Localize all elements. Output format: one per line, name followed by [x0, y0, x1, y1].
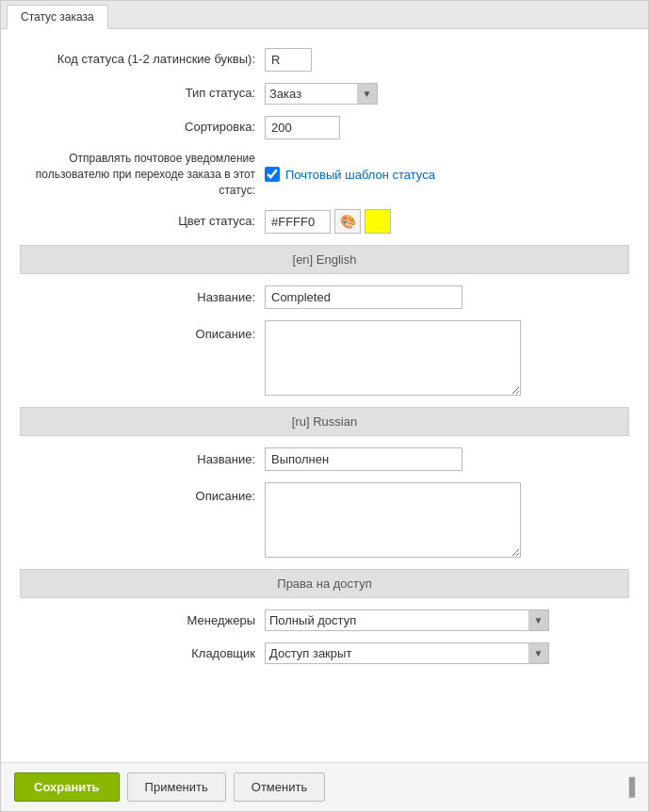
status-type-row: Тип статуса: Заказ Предзаказ ▼: [20, 83, 629, 105]
en-description-input[interactable]: [265, 320, 521, 396]
managers-select[interactable]: Полный доступ Только просмотр Доступ зак…: [265, 609, 549, 631]
status-code-label: Код статуса (1-2 латинские буквы):: [20, 51, 265, 68]
color-preview: [365, 209, 391, 234]
color-picker-icon: 🎨: [340, 214, 356, 229]
en-name-label: Название:: [20, 289, 265, 306]
main-window: Статус заказа Код статуса (1-2 латинские…: [0, 0, 649, 812]
sort-row: Сортировка:: [20, 116, 629, 139]
sort-label: Сортировка:: [20, 119, 265, 136]
save-button[interactable]: Сохранить: [14, 772, 120, 802]
sort-input[interactable]: [265, 116, 340, 139]
status-code-row: Код статуса (1-2 латинские буквы):: [20, 48, 629, 72]
main-content: Код статуса (1-2 латинские буквы): Тип с…: [1, 29, 648, 747]
section-en-header: [en] English: [20, 245, 629, 274]
en-description-row: Описание:: [20, 320, 629, 396]
managers-select-wrapper: Полный доступ Только просмотр Доступ зак…: [265, 609, 549, 631]
ru-description-input[interactable]: [265, 482, 521, 558]
notify-label: Отправлять почтовое уведомление пользова…: [20, 151, 265, 198]
status-code-input[interactable]: [265, 48, 312, 72]
ru-name-label: Название:: [20, 451, 265, 468]
status-type-select-wrapper: Заказ Предзаказ ▼: [265, 83, 378, 105]
notify-checkbox-area: Почтовый шаблон статуса: [265, 167, 435, 182]
notify-checkbox[interactable]: [265, 167, 280, 182]
email-template-link[interactable]: Почтовый шаблон статуса: [285, 168, 435, 182]
tab-bar: Статус заказа: [1, 1, 648, 29]
button-bar: Сохранить Применить Отменить ▐: [1, 762, 648, 811]
warehouse-row: Кладовщик Полный доступ Только просмотр …: [20, 642, 629, 664]
scroll-indicator: ▐: [623, 777, 635, 797]
managers-label: Менеджеры: [20, 612, 265, 629]
color-picker-button[interactable]: 🎨: [334, 209, 361, 234]
en-name-input[interactable]: [265, 285, 462, 309]
color-row: Цвет статуса: 🎨: [20, 209, 629, 234]
ru-description-label: Описание:: [20, 482, 265, 505]
en-description-label: Описание:: [20, 320, 265, 343]
warehouse-label: Кладовщик: [20, 645, 265, 662]
ru-name-row: Название:: [20, 447, 629, 471]
color-control: 🎨: [265, 209, 391, 234]
ru-description-row: Описание:: [20, 482, 629, 558]
en-name-row: Название:: [20, 285, 629, 309]
tab-status[interactable]: Статус заказа: [7, 5, 108, 29]
status-type-label: Тип статуса:: [20, 85, 265, 102]
color-input[interactable]: [265, 210, 331, 234]
apply-button[interactable]: Применить: [127, 772, 226, 802]
cancel-button[interactable]: Отменить: [234, 772, 325, 802]
warehouse-select-wrapper: Полный доступ Только просмотр Доступ зак…: [265, 642, 549, 664]
section-access-header: Права на доступ: [20, 569, 629, 598]
managers-row: Менеджеры Полный доступ Только просмотр …: [20, 609, 629, 631]
warehouse-select[interactable]: Полный доступ Только просмотр Доступ зак…: [265, 642, 549, 664]
notify-row: Отправлять почтовое уведомление пользова…: [20, 151, 629, 198]
status-type-select[interactable]: Заказ Предзаказ: [265, 83, 378, 105]
color-label: Цвет статуса:: [20, 213, 265, 230]
ru-name-input[interactable]: [265, 447, 462, 471]
section-ru-header: [ru] Russian: [20, 407, 629, 436]
